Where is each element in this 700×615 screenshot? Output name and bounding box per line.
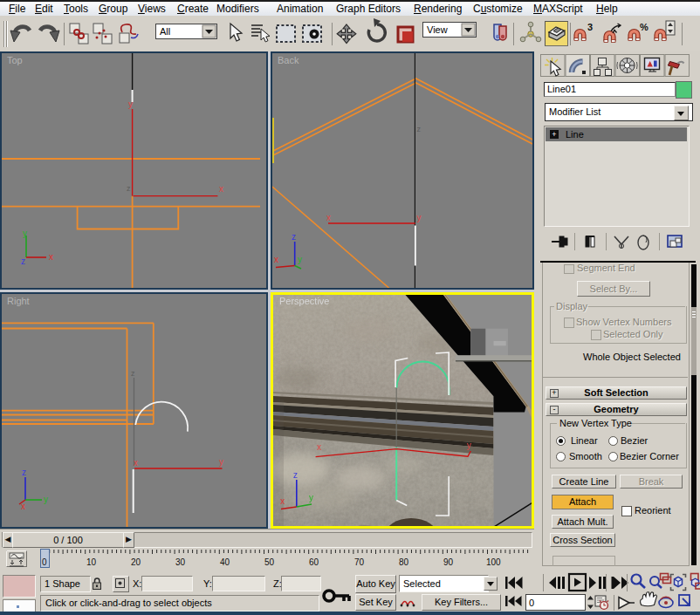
svg-text:10: 10: [86, 557, 97, 567]
svg-text:40: 40: [220, 557, 230, 567]
svg-text:x: x: [280, 496, 285, 506]
svg-text:50: 50: [264, 557, 275, 567]
svg-text:y: y: [44, 495, 48, 504]
svg-text:x: x: [219, 184, 223, 194]
svg-text:x: x: [274, 255, 278, 264]
svg-text:y: y: [417, 213, 422, 222]
svg-text:100: 100: [486, 557, 501, 567]
svg-text:y: y: [219, 457, 223, 467]
svg-text:0: 0: [529, 598, 534, 608]
svg-text:y: y: [128, 99, 133, 109]
svg-text:x: x: [317, 442, 321, 452]
svg-text:View: View: [427, 24, 448, 35]
svg-text:x: x: [49, 252, 53, 262]
svg-text:All: All: [160, 26, 170, 37]
svg-text:z: z: [417, 125, 422, 133]
svg-text:y: y: [309, 493, 313, 502]
svg-text:z: z: [293, 470, 298, 480]
svg-text:x: x: [326, 213, 331, 222]
svg-text:%: %: [640, 22, 649, 32]
svg-text:z: z: [131, 369, 135, 378]
svg-text:x: x: [134, 458, 138, 468]
svg-text:x: x: [21, 502, 25, 511]
svg-text:z: z: [21, 256, 25, 266]
svg-text:z: z: [127, 184, 131, 193]
svg-text:z: z: [292, 232, 296, 242]
svg-text:3: 3: [587, 22, 593, 32]
svg-text:30: 30: [175, 557, 186, 567]
svg-text:y: y: [298, 255, 302, 264]
svg-text:90: 90: [443, 557, 454, 567]
svg-text:z: z: [22, 468, 26, 477]
svg-text:y: y: [467, 441, 471, 450]
svg-text:20: 20: [131, 557, 141, 567]
svg-text:80: 80: [399, 557, 409, 567]
svg-text:60: 60: [309, 557, 319, 567]
svg-text:0: 0: [42, 557, 47, 567]
svg-text:70: 70: [354, 557, 365, 567]
